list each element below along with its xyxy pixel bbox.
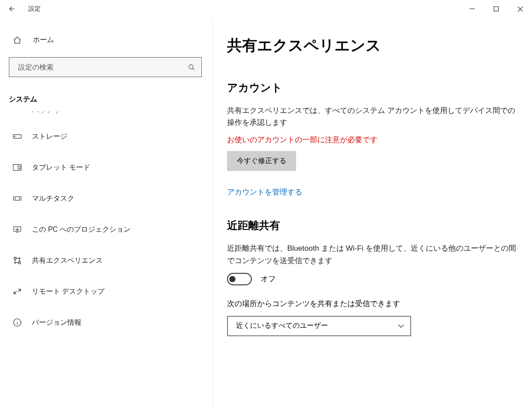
page-title: 共有エクスペリエンス (227, 35, 520, 56)
svg-point-4 (189, 65, 193, 69)
close-button[interactable] (508, 0, 532, 18)
sidebar-item-label: タブレット モード (32, 163, 90, 172)
content-pane: 共有エクスペリエンス アカウント 共有エクスペリエンスでは、すべてのシステム ア… (212, 18, 532, 408)
window-title: 設定 (28, 5, 41, 13)
minimize-button[interactable] (460, 0, 484, 18)
sidebar-item-label: この PC へのプロジェクション (32, 225, 131, 234)
search-field[interactable] (18, 63, 188, 71)
svg-rect-14 (15, 197, 19, 200)
sidebar-section-header: システム (9, 92, 204, 111)
nearby-description: 近距離共有では、Bluetooth または Wi-Fi を使用して、近くにいる他… (227, 242, 520, 266)
sidebar-item-label: ストレージ (32, 132, 67, 141)
dropdown-selected: 近くにいるすべてのユーザー (236, 321, 328, 330)
share-scope-dropdown[interactable]: 近くにいるすべてのユーザー (227, 316, 411, 336)
about-icon (12, 318, 22, 327)
projection-icon (12, 226, 22, 233)
sidebar-item-shared-experiences[interactable]: 共有エクスペリエンス (9, 245, 204, 276)
sidebar-item-remote-desktop[interactable]: リモート デスクトップ (9, 276, 204, 307)
sidebar-item-tablet[interactable]: タブレット モード (9, 152, 204, 183)
sidebar-item-label: リモート デスクトップ (32, 287, 104, 296)
storage-icon (12, 134, 22, 139)
search-icon (188, 64, 195, 71)
nearby-section-title: 近距離共有 (227, 218, 520, 233)
titlebar: 設定 (0, 0, 532, 18)
svg-line-5 (193, 68, 194, 70)
shared-exp-icon (12, 256, 22, 265)
svg-rect-1 (494, 7, 498, 11)
home-link[interactable]: ホーム (9, 27, 204, 57)
back-button[interactable] (8, 5, 16, 13)
maximize-button[interactable] (484, 0, 508, 18)
svg-point-18 (14, 257, 16, 260)
account-warning: お使いのアカウントの一部に注意が必要です (227, 135, 520, 145)
sidebar-item-storage[interactable]: ストレージ (9, 121, 204, 152)
sidebar-item-multitask[interactable]: マルチタスク (9, 183, 204, 214)
chevron-down-icon (398, 324, 404, 328)
account-section-title: アカウント (227, 81, 520, 95)
svg-line-25 (18, 289, 21, 292)
svg-rect-11 (18, 166, 20, 169)
remote-icon (12, 288, 22, 295)
nearby-share-toggle[interactable] (227, 273, 252, 285)
home-icon (12, 36, 22, 45)
sidebar-item-battery[interactable]: バッテリー (9, 111, 204, 121)
search-input[interactable] (9, 57, 202, 77)
share-from-label: 次の場所からコンテンツを共有または受信できます (227, 299, 520, 309)
sidebar-item-projection[interactable]: この PC へのプロジェクション (9, 214, 204, 245)
svg-point-19 (19, 262, 21, 264)
sidebar: ホーム システム バッテリー (0, 18, 212, 408)
multitask-icon (12, 195, 22, 202)
account-description: 共有エクスペリエンスでは、すべてのシステム アカウントを使用してデバイス間での操… (227, 105, 520, 128)
fix-now-button[interactable]: 今すぐ修正する (227, 151, 296, 171)
svg-point-9 (14, 136, 15, 137)
toggle-state-label: オフ (261, 274, 276, 284)
home-label: ホーム (33, 35, 54, 45)
sidebar-item-label: マルチタスク (32, 194, 74, 203)
toggle-knob (229, 276, 235, 282)
sidebar-item-about[interactable]: バージョン情報 (9, 307, 204, 338)
tablet-icon (12, 164, 22, 171)
sidebar-item-label: 共有エクスペリエンス (32, 256, 103, 265)
svg-line-24 (14, 291, 17, 294)
sidebar-item-label: バージョン情報 (32, 318, 81, 327)
manage-account-link[interactable]: アカウントを管理する (227, 187, 302, 197)
sidebar-item-label: バッテリー (32, 111, 67, 115)
